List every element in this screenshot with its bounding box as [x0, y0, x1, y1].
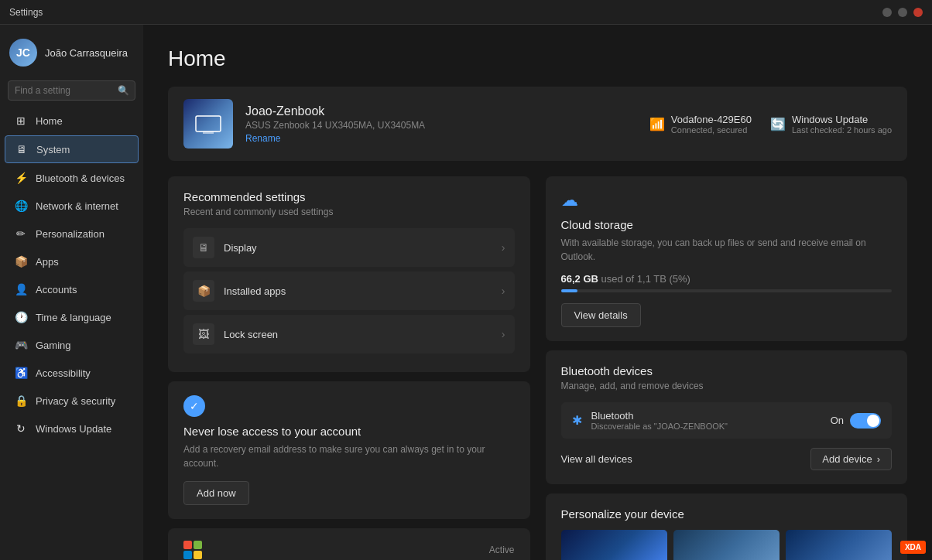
cloud-usage-amount: 66,2 GB — [561, 273, 598, 285]
cloud-progress-fill — [561, 289, 577, 292]
recommended-subtitle: Recent and commonly used settings — [183, 207, 515, 217]
view-all-devices-link[interactable]: View all devices — [561, 453, 632, 465]
two-col-layout: Recommended settings Recent and commonly… — [168, 176, 907, 560]
user-profile: JC João Carrasqueira — [0, 31, 143, 77]
wallpaper-2[interactable] — [673, 530, 780, 560]
chevron-icon: › — [502, 241, 505, 254]
rec-item-lock-screen[interactable]: 🖼 Lock screen › — [183, 315, 515, 353]
bt-on-label: On — [831, 415, 844, 426]
search-input[interactable] — [8, 80, 135, 101]
sidebar-item-update[interactable]: ↻ Windows Update — [5, 415, 139, 442]
sidebar-item-system[interactable]: 🖥 System — [5, 135, 139, 163]
chevron-icon-2: › — [502, 285, 505, 297]
network-icon: 🌐 — [14, 199, 28, 213]
sidebar-item-accounts[interactable]: 👤 Accounts — [5, 276, 139, 302]
bluetooth-subtitle: Manage, add, and remove devices — [561, 381, 893, 391]
xda-watermark: XDA — [900, 541, 926, 554]
sidebar-item-personalization[interactable]: ✏ Personalization — [5, 220, 139, 247]
m365-header: Active — [183, 541, 515, 559]
left-column: Recommended settings Recent and commonly… — [168, 176, 530, 560]
account-title: Never lose access to your account — [183, 425, 515, 438]
bluetooth-card: Bluetooth devices Manage, add, and remov… — [546, 350, 908, 484]
bluetooth-device-sub: Discoverable as "JOAO-ZENBOOK" — [591, 422, 728, 431]
wifi-status: 📶 Vodafone-429E60 Connected, secured — [649, 114, 752, 135]
m365-badge: Active — [489, 545, 515, 555]
apps-icon: 📦 — [14, 254, 28, 268]
rename-link[interactable]: Rename — [245, 133, 280, 144]
account-desc: Add a recovery email address to make sur… — [183, 442, 515, 470]
minimize-button[interactable] — [882, 8, 892, 17]
wallpaper-grid — [561, 530, 893, 560]
rec-item-installed-apps[interactable]: 📦 Installed apps › — [183, 271, 515, 310]
toggle-knob — [867, 415, 879, 427]
sidebar-item-bluetooth[interactable]: ⚡ Bluetooth & devices — [5, 165, 139, 191]
m365-card: Active Microsoft 365 Family You have 1 T… — [168, 528, 530, 560]
home-icon: ⊞ — [14, 114, 28, 128]
device-card: Joao-Zenbook ASUS Zenbook 14 UX3405MA, U… — [168, 87, 907, 161]
display-icon: 🖥 — [193, 237, 214, 258]
wallpaper-3[interactable] — [786, 530, 892, 560]
bluetooth-toggle[interactable] — [850, 413, 881, 429]
privacy-icon: 🔒 — [14, 394, 28, 408]
sidebar-item-privacy[interactable]: 🔒 Privacy & security — [5, 388, 139, 414]
m365-logo — [183, 541, 202, 559]
installed-apps-icon: 📦 — [193, 280, 214, 302]
cloud-storage-card: ☁ Cloud storage With available storage, … — [546, 176, 908, 341]
check-circle-icon: ✓ — [183, 395, 205, 417]
bluetooth-icon: ⚡ — [14, 171, 28, 185]
titlebar-controls — [882, 8, 923, 17]
avatar: JC — [9, 39, 37, 67]
sidebar-item-accessibility[interactable]: ♿ Accessibility — [5, 360, 139, 386]
update-status: 🔄 Windows Update Last checked: 2 hours a… — [770, 114, 892, 135]
add-device-button[interactable]: Add device › — [810, 448, 892, 470]
cloud-desc: With available storage, you can back up … — [561, 236, 893, 264]
bluetooth-device-icon: ✱ — [572, 413, 582, 428]
search-box: 🔍 — [8, 80, 135, 101]
rec-item-display[interactable]: 🖥 Display › — [183, 228, 515, 267]
cloud-usage: 66,2 GB used of 1,1 TB (5%) — [561, 273, 893, 285]
update-icon: ↻ — [14, 422, 28, 435]
cloud-progress-bar — [561, 289, 893, 292]
bluetooth-title: Bluetooth devices — [561, 364, 893, 377]
add-device-label: Add device — [822, 453, 872, 465]
svg-rect-0 — [196, 116, 221, 131]
search-icon: 🔍 — [118, 85, 129, 96]
account-recovery-card: ✓ Never lose access to your account Add … — [168, 381, 530, 519]
wifi-name: Vodafone-429E60 — [671, 114, 752, 125]
right-column: ☁ Cloud storage With available storage, … — [546, 176, 908, 560]
device-name: Joao-Zenbook — [245, 104, 637, 118]
device-info: Joao-Zenbook ASUS Zenbook 14 UX3405MA, U… — [245, 104, 637, 144]
personalize-title: Personalize your device — [561, 507, 893, 521]
time-icon: 🕐 — [14, 310, 28, 324]
device-model: ASUS Zenbook 14 UX3405MA, UX3405MA — [245, 120, 637, 131]
accounts-icon: 👤 — [14, 282, 28, 296]
add-now-button[interactable]: Add now — [183, 481, 249, 505]
wifi-sub: Connected, secured — [671, 125, 752, 135]
view-details-button[interactable]: View details — [561, 303, 641, 327]
titlebar-title: Settings — [9, 7, 43, 18]
sidebar-item-network[interactable]: 🌐 Network & internet — [5, 193, 139, 219]
update-sub: Last checked: 2 hours ago — [792, 125, 892, 135]
update-label: Windows Update — [792, 114, 892, 125]
sidebar-item-home[interactable]: ⊞ Home — [5, 108, 139, 134]
personalization-icon: ✏ — [14, 227, 28, 241]
wifi-icon: 📶 — [649, 117, 665, 131]
system-icon: 🖥 — [15, 142, 29, 156]
sidebar-item-time[interactable]: 🕐 Time & language — [5, 304, 139, 330]
wallpaper-1[interactable] — [561, 530, 667, 560]
accessibility-icon: ♿ — [14, 366, 28, 380]
sidebar-item-gaming[interactable]: 🎮 Gaming — [5, 332, 139, 358]
close-button[interactable] — [913, 8, 923, 17]
chevron-icon-3: › — [502, 328, 505, 340]
cloud-title: Cloud storage — [561, 218, 893, 231]
recommended-title: Recommended settings — [183, 190, 515, 203]
maximize-button[interactable] — [898, 8, 907, 17]
bluetooth-device-row: ✱ Bluetooth Discoverable as "JOAO-ZENBOO… — [561, 402, 893, 439]
sidebar-item-apps[interactable]: 📦 Apps — [5, 248, 139, 275]
recommended-settings-card: Recommended settings Recent and commonly… — [168, 176, 530, 372]
lock-screen-icon: 🖼 — [193, 323, 214, 345]
bluetooth-footer: View all devices Add device › — [561, 448, 893, 470]
personalize-card: Personalize your device — [546, 493, 908, 560]
cloud-usage-total: used of 1,1 TB (5%) — [601, 273, 690, 285]
titlebar: Settings — [0, 0, 932, 25]
